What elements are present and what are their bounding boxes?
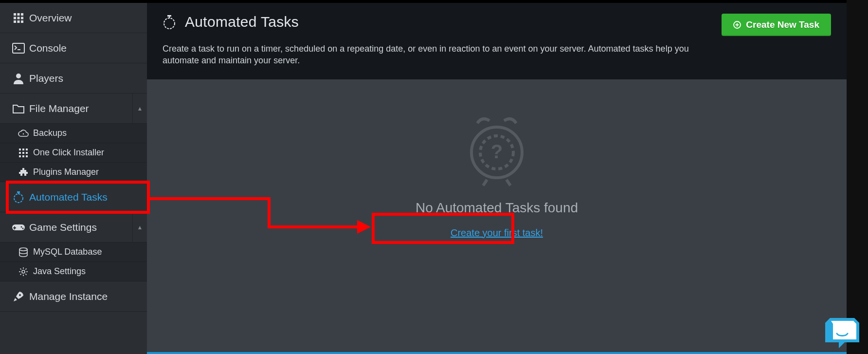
sidebar-item-label: One Click Installer — [33, 148, 104, 158]
alarm-question-icon: ? — [463, 109, 531, 186]
sidebar-sub-backups[interactable]: Backups — [0, 124, 147, 143]
sidebar-item-game-settings[interactable]: Game Settings ▲ — [0, 212, 147, 242]
svg-rect-2 — [21, 13, 23, 16]
sidebar-item-label: Players — [29, 73, 63, 84]
page-header: Automated Tasks Create New Task Create a… — [147, 3, 847, 79]
stopwatch-icon — [163, 15, 176, 29]
chevron-up-icon[interactable]: ▲ — [132, 212, 147, 242]
svg-line-37 — [25, 274, 26, 275]
create-new-task-button[interactable]: Create New Task — [722, 14, 831, 36]
sidebar-item-label: Automated Tasks — [29, 191, 108, 203]
svg-point-31 — [22, 270, 25, 273]
sidebar-item-label: Game Settings — [29, 222, 97, 233]
svg-rect-20 — [22, 155, 24, 157]
svg-rect-0 — [14, 13, 16, 16]
svg-point-22 — [14, 194, 23, 203]
create-button-label: Create New Task — [746, 19, 819, 30]
svg-rect-16 — [19, 152, 21, 154]
svg-point-11 — [16, 74, 21, 78]
gear-icon — [14, 267, 33, 276]
stopwatch-icon — [8, 191, 29, 204]
svg-point-12 — [23, 133, 24, 134]
plus-circle-icon — [733, 21, 741, 29]
sidebar-sub-one-click-installer[interactable]: One Click Installer — [0, 143, 147, 163]
sidebar-item-automated-tasks[interactable]: Automated Tasks — [0, 182, 147, 212]
page-description: Create a task to run on a timer, schedul… — [163, 43, 698, 67]
svg-rect-4 — [18, 17, 20, 19]
svg-point-30 — [19, 248, 27, 251]
database-icon — [14, 247, 33, 257]
sidebar-item-manage-instance[interactable]: Manage Instance — [0, 281, 147, 312]
sidebar-item-overview[interactable]: Overview — [0, 3, 147, 33]
svg-line-49 — [483, 180, 487, 186]
svg-rect-15 — [26, 149, 28, 150]
sidebar-item-label: File Manager — [29, 103, 89, 114]
sidebar-sub-java-settings[interactable]: Java Settings — [0, 262, 147, 281]
svg-point-28 — [21, 226, 22, 227]
svg-rect-6 — [14, 20, 16, 23]
empty-state: ? No Automated Tasks found Create your f… — [147, 79, 847, 354]
sidebar-sub-mysql-database[interactable]: MySQL Database — [0, 242, 147, 262]
sidebar-sub-plugins-manager[interactable]: Plugins Manager — [0, 163, 147, 182]
sidebar-item-label: Plugins Manager — [33, 167, 99, 177]
svg-rect-23 — [17, 191, 20, 193]
svg-point-29 — [22, 227, 24, 229]
grid-small-icon — [14, 149, 33, 157]
svg-line-39 — [25, 268, 26, 269]
chevron-up-icon[interactable]: ▲ — [132, 93, 147, 123]
svg-rect-13 — [19, 149, 21, 150]
puzzle-icon — [14, 168, 33, 177]
svg-rect-19 — [19, 155, 21, 157]
sidebar-item-label: Java Settings — [33, 266, 86, 277]
gamepad-icon — [8, 223, 29, 232]
annotation-arrow-segment — [268, 225, 359, 228]
annotation-arrow-segment — [150, 197, 271, 200]
sidebar-item-label: MySQL Database — [33, 247, 102, 257]
svg-line-50 — [506, 180, 510, 186]
sidebar-item-label: Console — [29, 42, 67, 54]
annotation-arrow-head-icon — [357, 220, 371, 234]
svg-point-41 — [164, 18, 175, 29]
svg-rect-17 — [22, 152, 24, 154]
svg-line-36 — [20, 268, 21, 269]
svg-rect-21 — [26, 155, 28, 157]
sidebar: Overview Console Players File Manager ▲ — [0, 0, 147, 354]
sidebar-item-players[interactable]: Players — [0, 63, 147, 93]
svg-rect-27 — [13, 227, 16, 228]
cloud-icon — [14, 130, 33, 137]
empty-title: No Automated Tasks found — [416, 200, 578, 216]
folder-icon — [8, 103, 29, 114]
right-gutter — [847, 0, 868, 354]
rocket-icon — [8, 291, 29, 302]
grid-icon — [8, 12, 29, 24]
bottom-accent-bar — [147, 352, 847, 354]
svg-point-40 — [19, 294, 21, 296]
svg-rect-3 — [14, 17, 16, 19]
svg-rect-1 — [18, 13, 20, 16]
annotation-arrow-segment — [268, 197, 271, 228]
sidebar-item-file-manager[interactable]: File Manager ▲ — [0, 93, 147, 124]
svg-text:?: ? — [491, 141, 503, 162]
svg-rect-8 — [21, 20, 23, 23]
sidebar-item-label: Backups — [33, 128, 67, 138]
terminal-icon — [8, 43, 29, 54]
person-icon — [8, 73, 29, 84]
svg-rect-9 — [13, 43, 24, 53]
svg-rect-42 — [167, 15, 171, 17]
svg-line-38 — [20, 274, 21, 275]
svg-rect-5 — [21, 17, 23, 19]
sidebar-item-console[interactable]: Console — [0, 33, 147, 63]
svg-rect-14 — [22, 149, 24, 150]
create-first-task-link[interactable]: Create your first task! — [451, 227, 543, 239]
chat-widget-icon[interactable] — [825, 318, 859, 348]
svg-rect-7 — [18, 20, 20, 23]
sidebar-item-label: Manage Instance — [29, 291, 108, 302]
page-title: Automated Tasks — [185, 14, 299, 30]
sidebar-item-label: Overview — [29, 12, 72, 24]
main-content: Automated Tasks Create New Task Create a… — [147, 0, 847, 354]
svg-rect-18 — [26, 152, 28, 154]
